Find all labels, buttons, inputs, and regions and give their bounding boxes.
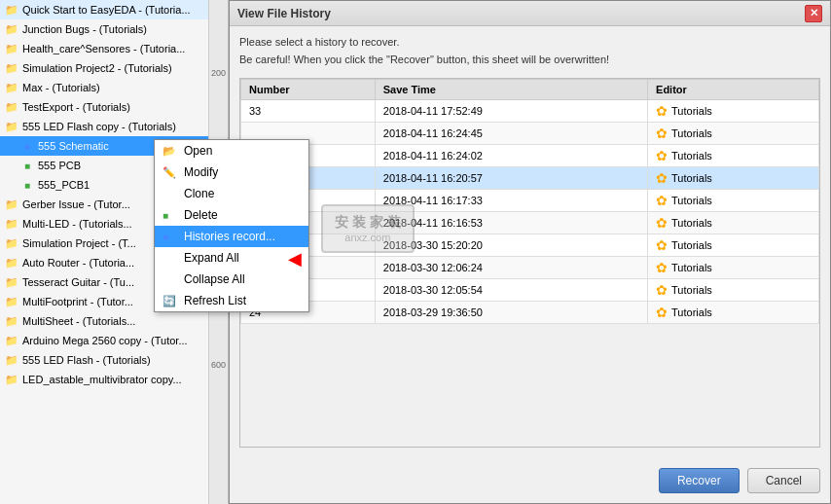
- cell-save-time: 2018-04-11 16:24:02: [375, 145, 647, 167]
- context-menu: 📂Open✏️ModifyClone■Delete■Histories reco…: [154, 139, 309, 312]
- editor-label: Tutorials: [671, 127, 712, 139]
- ctx-item-label: Expand All: [184, 251, 239, 265]
- history-dialog: View File History ✕ Please select a hist…: [229, 0, 831, 504]
- context-menu-item-collapse-all[interactable]: Collapse All: [155, 269, 308, 290]
- tree-item[interactable]: 📁MultiSheet - (Tutorials...: [0, 311, 208, 331]
- table-row[interactable]: 242018-03-29 19:36:50✿Tutorials: [241, 302, 819, 324]
- tree-item-label: Auto Router - (Tutoria...: [22, 257, 134, 269]
- editor-label: Tutorials: [671, 150, 712, 162]
- table-row[interactable]: 2018-04-11 16:16:53✿Tutorials: [241, 212, 819, 234]
- tree-item[interactable]: 📁LED_astable_multivibrator copy...: [0, 370, 208, 389]
- tree-item[interactable]: 📁Quick Start to EasyEDA - (Tutoria...: [0, 0, 208, 19]
- cell-editor: ✿Tutorials: [648, 167, 819, 190]
- tree-item-label: 555 LED Flash copy - (Tutorials): [22, 121, 176, 132]
- folder-icon: 📁: [4, 255, 19, 270]
- folder-icon: 📁: [4, 333, 19, 348]
- dialog-titlebar: View File History ✕: [230, 1, 830, 26]
- cell-save-time: 2018-04-11 16:16:53: [375, 212, 647, 234]
- tree-item-label: Multi-LED - (Tutorials...: [22, 218, 132, 230]
- cell-save-time: 2018-03-30 12:05:54: [375, 279, 647, 302]
- tree-item-label: Arduino Mega 2560 copy - (Tutor...: [22, 335, 188, 346]
- ctx-item-label: Collapse All: [184, 272, 245, 286]
- pcb-icon: ■: [19, 158, 35, 173]
- context-menu-item-histories-record[interactable]: ■Histories record...: [155, 226, 308, 247]
- context-menu-item-delete[interactable]: ■Delete: [155, 204, 308, 226]
- folder-icon: 📁: [4, 274, 19, 290]
- table-row[interactable]: 2018-04-11 16:24:02✿Tutorials: [241, 145, 819, 167]
- table-row[interactable]: 2018-03-30 15:20:20✿Tutorials: [241, 234, 819, 257]
- ctx-item-label: Delete: [184, 208, 218, 222]
- editor-label: Tutorials: [671, 195, 712, 206]
- close-button[interactable]: ✕: [805, 5, 822, 22]
- ctx-item-label: Refresh List: [184, 294, 246, 307]
- ctx-item-label: Open: [184, 144, 212, 158]
- context-menu-item-expand-all[interactable]: Expand All: [155, 247, 308, 269]
- folder-icon: 📁: [4, 197, 19, 212]
- table-row[interactable]: 2018-04-11 16:17:33✿Tutorials: [241, 190, 819, 212]
- tree-item[interactable]: 📁Health_care^Sensores - (Tutoria...: [0, 39, 208, 58]
- tree-item-label: 555 PCB: [38, 160, 81, 171]
- tree-item-label: Simulation Project - (T...: [22, 237, 136, 249]
- editor-label: Tutorials: [671, 239, 712, 251]
- cell-save-time: 2018-04-11 17:52:49: [375, 100, 647, 123]
- sun-icon: ✿: [656, 282, 668, 298]
- cell-editor: ✿Tutorials: [648, 123, 819, 145]
- tree-item[interactable]: 📁555 LED Flash - (Tutorials): [0, 350, 208, 370]
- context-menu-item-modify[interactable]: ✏️Modify: [155, 162, 308, 183]
- col-save-time: Save Time: [375, 80, 647, 100]
- sun-icon: ✿: [656, 103, 668, 119]
- history-tbody: 332018-04-11 17:52:49✿Tutorials2018-04-1…: [241, 100, 819, 324]
- folder-icon: 📁: [4, 99, 19, 115]
- editor-label: Tutorials: [671, 306, 712, 318]
- context-menu-item-clone[interactable]: Clone: [155, 183, 308, 204]
- dialog-footer: Recover Cancel: [659, 468, 820, 493]
- tree-item[interactable]: 📁Max - (Tutorials): [0, 78, 208, 97]
- tree-item-label: Health_care^Sensores - (Tutoria...: [22, 43, 185, 54]
- tree-item[interactable]: 📁555 LED Flash copy - (Tutorials): [0, 117, 208, 136]
- context-menu-item-refresh-list[interactable]: 🔄Refresh List: [155, 290, 308, 311]
- folder-icon: 📁: [4, 352, 19, 368]
- table-row[interactable]: 2018-04-11 16:20:57✿Tutorials: [241, 167, 819, 190]
- pcb-icon: ■: [19, 177, 35, 193]
- ctx-item-label: Histories record...: [184, 230, 275, 243]
- tree-item-label: Tesseract Guitar - (Tu...: [22, 276, 134, 288]
- table-row[interactable]: 262018-03-30 12:06:24✿Tutorials: [241, 257, 819, 279]
- editor-label: Tutorials: [671, 105, 712, 117]
- ctx-item-label: Modify: [184, 165, 218, 179]
- folder-icon: 📁: [4, 294, 19, 309]
- cell-editor: ✿Tutorials: [648, 257, 819, 279]
- folder-icon: 📁: [4, 2, 19, 18]
- tree-item-label: MultiSheet - (Tutorials...: [22, 315, 135, 327]
- editor-label: Tutorials: [671, 284, 712, 296]
- cancel-button[interactable]: Cancel: [747, 468, 820, 493]
- cell-save-time: 2018-03-29 19:36:50: [375, 302, 647, 324]
- schematic-icon: ■: [19, 138, 35, 154]
- table-row[interactable]: 2018-04-11 16:24:45✿Tutorials: [241, 123, 819, 145]
- tree-item[interactable]: 📁Simulation Project2 - (Tutorials): [0, 58, 208, 78]
- folder-icon: 📁: [4, 21, 19, 37]
- ctx-item-label: Clone: [184, 187, 214, 200]
- tree-item[interactable]: 📁Arduino Mega 2560 copy - (Tutor...: [0, 331, 208, 350]
- folder-icon: 📁: [4, 216, 19, 232]
- dialog-body: Please select a history to recover. Be c…: [230, 26, 830, 455]
- tree-item-label: LED_astable_multivibrator copy...: [22, 374, 182, 385]
- sun-icon: ✿: [656, 193, 668, 208]
- tree-item[interactable]: 📁TestExport - (Tutorials): [0, 97, 208, 117]
- table-row[interactable]: 252018-03-30 12:05:54✿Tutorials: [241, 279, 819, 302]
- tree-item-label: MultiFootprint - (Tutor...: [22, 296, 133, 307]
- folder-icon: 📁: [4, 313, 19, 329]
- history-table-container[interactable]: Number Save Time Editor 332018-04-11 17:…: [239, 78, 820, 448]
- context-menu-item-open[interactable]: 📂Open: [155, 140, 308, 162]
- folder-icon: 📁: [4, 60, 19, 76]
- tree-item-label: Junction Bugs - (Tutorials): [22, 23, 147, 35]
- ruler-mark: 200: [211, 68, 226, 78]
- recover-button[interactable]: Recover: [659, 468, 740, 493]
- folder-icon: 📁: [4, 372, 19, 387]
- folder-icon: 📁: [4, 235, 19, 251]
- tree-item[interactable]: 📁Junction Bugs - (Tutorials): [0, 19, 208, 39]
- table-row[interactable]: 332018-04-11 17:52:49✿Tutorials: [241, 100, 819, 123]
- history-table: Number Save Time Editor 332018-04-11 17:…: [240, 79, 819, 324]
- warning-text: Please select a history to recover. Be c…: [239, 34, 820, 68]
- tree-item-label: 555 LED Flash - (Tutorials): [22, 354, 151, 366]
- ctx-item-icon: ■: [163, 231, 178, 242]
